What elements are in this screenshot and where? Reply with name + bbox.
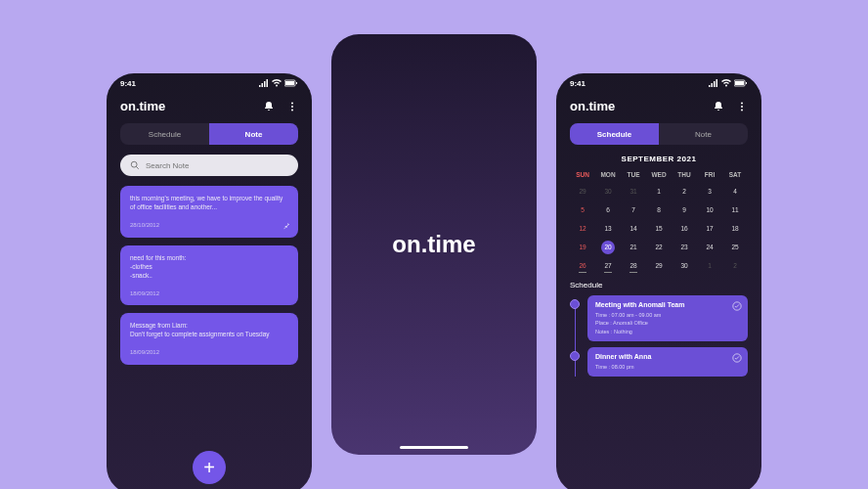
svg-point-5 xyxy=(291,109,293,111)
event-card[interactable]: Dinner with Anna Time : 08.00 pm xyxy=(587,347,748,377)
svg-rect-9 xyxy=(735,81,744,85)
svg-rect-2 xyxy=(296,82,297,84)
add-note-button[interactable]: + xyxy=(193,451,226,484)
search-box[interactable] xyxy=(120,155,298,176)
pin-icon xyxy=(282,222,290,230)
tab-note[interactable]: Note xyxy=(209,123,298,145)
calendar-day[interactable]: 28 xyxy=(621,260,646,271)
note-card[interactable]: need for this month: -clothes -snack.. 1… xyxy=(120,245,298,306)
calendar-day[interactable]: 29 xyxy=(570,186,595,197)
calendar-day[interactable]: 21 xyxy=(621,242,646,252)
app-header: on.time xyxy=(556,93,761,123)
svg-rect-10 xyxy=(746,82,747,84)
phone-splash-screen: on.time xyxy=(331,34,537,455)
phone-schedule-screen: 9:41 on.time Schedule Note SEPTEMBER 202… xyxy=(556,73,761,489)
calendar-day[interactable]: 9 xyxy=(672,204,697,215)
signal-icon xyxy=(259,79,269,87)
signal-icon xyxy=(709,79,718,87)
status-time: 9:41 xyxy=(570,79,586,88)
event-card[interactable]: Meeting with Anomali Team Time : 07.00 a… xyxy=(587,295,748,341)
calendar-dow: FRI xyxy=(697,171,722,178)
calendar-day[interactable]: 4 xyxy=(722,186,748,197)
tabs: Schedule Note xyxy=(120,123,298,145)
splash-title: on.time xyxy=(392,231,475,258)
calendar-day[interactable]: 31 xyxy=(621,186,646,197)
calendar-day[interactable]: 27 xyxy=(595,260,621,271)
tab-note[interactable]: Note xyxy=(659,123,748,145)
calendar-dow: THU xyxy=(672,171,697,178)
calendar-day[interactable]: 6 xyxy=(595,204,621,215)
status-bar: 9:41 xyxy=(556,73,761,93)
battery-icon xyxy=(734,79,748,87)
app-header: on.time xyxy=(107,93,312,123)
event-detail-row: Time : 08.00 pm xyxy=(595,363,740,371)
calendar-day[interactable]: 13 xyxy=(595,223,621,234)
more-icon[interactable] xyxy=(286,101,298,112)
svg-point-3 xyxy=(291,102,293,104)
svg-line-7 xyxy=(136,166,139,169)
home-indicator[interactable] xyxy=(400,446,468,449)
calendar-day[interactable]: 25 xyxy=(722,242,748,252)
calendar-day[interactable]: 2 xyxy=(722,260,748,271)
calendar-day[interactable]: 30 xyxy=(595,186,621,197)
calendar-day[interactable]: 11 xyxy=(722,204,748,215)
calendar-dow: TUE xyxy=(621,171,646,178)
bell-icon[interactable] xyxy=(713,101,724,112)
check-icon[interactable] xyxy=(732,353,742,363)
calendar-day[interactable]: 5 xyxy=(570,204,595,215)
calendar-day[interactable]: 15 xyxy=(646,223,672,234)
note-date: 18/09/2012 xyxy=(130,289,288,297)
status-icons xyxy=(709,79,748,87)
svg-point-12 xyxy=(741,106,743,108)
app-title: on.time xyxy=(120,99,165,113)
calendar-dow: WED xyxy=(646,171,672,178)
event-detail-row: Notes : Nothing xyxy=(595,328,740,335)
status-bar: 9:41 xyxy=(107,73,312,93)
note-card[interactable]: Message from Liam: Don't forget to compl… xyxy=(120,313,298,365)
calendar-day[interactable]: 18 xyxy=(722,223,748,234)
calendar-day[interactable]: 20 xyxy=(595,242,621,252)
tab-schedule[interactable]: Schedule xyxy=(120,123,209,145)
calendar-day[interactable]: 1 xyxy=(697,260,722,271)
search-icon xyxy=(130,160,140,170)
calendar-day[interactable]: 24 xyxy=(697,242,722,252)
event-detail-row: Place : Anomali Office xyxy=(595,319,740,327)
calendar-day[interactable]: 8 xyxy=(646,204,672,215)
battery-icon xyxy=(284,79,298,87)
note-date: 18/09/2012 xyxy=(130,348,288,356)
calendar-day[interactable]: 17 xyxy=(697,223,722,234)
calendar-day[interactable]: 16 xyxy=(672,223,697,234)
calendar-day[interactable]: 29 xyxy=(646,260,672,271)
calendar-day[interactable]: 23 xyxy=(672,242,697,252)
schedule-timeline: Meeting with Anomali Team Time : 07.00 a… xyxy=(570,295,748,377)
calendar-day[interactable]: 1 xyxy=(646,186,672,197)
calendar-day[interactable]: 19 xyxy=(570,242,595,252)
tabs: Schedule Note xyxy=(570,123,748,145)
check-icon[interactable] xyxy=(732,301,742,311)
calendar-day[interactable]: 2 xyxy=(672,186,697,197)
calendar-month-title: SEPTEMBER 2021 xyxy=(556,155,761,163)
wifi-icon xyxy=(272,79,282,87)
search-input[interactable] xyxy=(146,161,288,170)
calendar-day[interactable]: 7 xyxy=(621,204,646,215)
event-title: Meeting with Anomali Team xyxy=(595,301,740,308)
calendar-day[interactable]: 30 xyxy=(672,260,697,271)
tab-schedule[interactable]: Schedule xyxy=(570,123,659,145)
wifi-icon xyxy=(721,79,731,87)
calendar-day[interactable]: 22 xyxy=(646,242,672,252)
calendar-day[interactable]: 14 xyxy=(621,223,646,234)
bell-icon[interactable] xyxy=(263,101,275,112)
more-icon[interactable] xyxy=(736,101,748,112)
event-title: Dinner with Anna xyxy=(595,353,740,360)
calendar-day[interactable]: 26 xyxy=(570,260,595,271)
note-text: Message from Liam: Don't forget to compl… xyxy=(130,321,288,338)
svg-rect-1 xyxy=(285,81,294,85)
calendar-day[interactable]: 10 xyxy=(697,204,722,215)
phone-notes-screen: 9:41 on.time Schedule Note this morning'… xyxy=(107,73,312,489)
note-date: 28/10/2012 xyxy=(130,221,288,229)
status-icons xyxy=(259,79,298,87)
calendar-day[interactable]: 12 xyxy=(570,223,595,234)
note-card[interactable]: this morning's meeting, we have to impro… xyxy=(120,186,298,238)
note-text: this morning's meeting, we have to impro… xyxy=(130,194,288,211)
calendar-day[interactable]: 3 xyxy=(697,186,722,197)
